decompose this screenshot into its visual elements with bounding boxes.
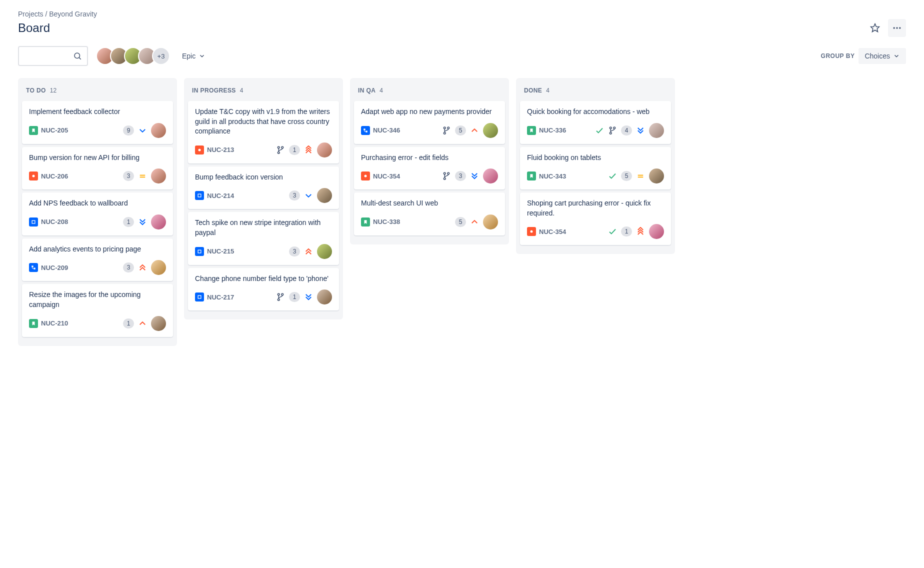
search-icon xyxy=(73,52,82,60)
issue-card[interactable]: Multi-dest search UI webNUC-3385 xyxy=(354,192,505,236)
svg-rect-18 xyxy=(198,296,201,298)
priority-mediumhigh-icon xyxy=(138,319,147,328)
column-title: TO DO xyxy=(26,87,46,94)
card-title: Update T&C copy with v1.9 from the write… xyxy=(195,107,332,136)
breadcrumb: Projects / Beyond Gravity xyxy=(18,10,906,18)
issue-card[interactable]: Change phone number field type to 'phone… xyxy=(188,268,339,311)
story-points-badge: 1 xyxy=(123,318,134,328)
assignee-avatar[interactable] xyxy=(317,188,332,203)
svg-point-20 xyxy=(278,299,280,301)
task-issue-icon xyxy=(195,292,204,302)
issue-card[interactable]: Implement feedback collectorNUC-2059 xyxy=(22,101,173,144)
task-issue-icon xyxy=(195,247,204,256)
svg-point-25 xyxy=(444,132,446,134)
story-points-badge: 3 xyxy=(123,171,134,181)
issue-key: NUC-346 xyxy=(373,126,400,134)
issue-key: NUC-354 xyxy=(373,172,400,180)
card-title: Add NPS feedback to wallboard xyxy=(29,198,166,208)
svg-point-13 xyxy=(278,146,280,148)
story-points-badge: 9 xyxy=(123,126,134,136)
assignee-avatar[interactable] xyxy=(649,123,664,138)
issue-card[interactable]: Purchasing error - edit fieldsNUC-3543 xyxy=(354,147,505,190)
issue-key: NUC-215 xyxy=(207,248,234,255)
column: IN QA4Adapt web app no new payments prov… xyxy=(350,78,509,244)
assignee-avatar[interactable] xyxy=(151,214,166,230)
card-title: Add analytics events to pricing page xyxy=(29,244,166,254)
svg-point-1 xyxy=(894,27,895,28)
breadcrumb-project[interactable]: Beyond Gravity xyxy=(49,10,97,18)
column-title: DONE xyxy=(524,87,542,94)
svg-rect-9 xyxy=(32,220,35,224)
svg-rect-22 xyxy=(364,128,365,130)
card-title: Bump feedback icon version xyxy=(195,172,332,182)
story-points-badge: 1 xyxy=(123,217,134,227)
column: DONE4Quick booking for accomodations - w… xyxy=(516,78,675,254)
issue-card[interactable]: Quick booking for accomodations - webNUC… xyxy=(520,101,671,144)
svg-point-19 xyxy=(278,294,280,296)
priority-high-icon xyxy=(304,247,313,256)
done-check-icon xyxy=(595,126,604,135)
svg-point-4 xyxy=(74,53,80,58)
priority-high-icon xyxy=(138,263,147,272)
card-title: Tech spike on new stripe integration wit… xyxy=(195,218,332,238)
task-issue-icon xyxy=(195,191,204,200)
star-button[interactable] xyxy=(866,19,884,37)
card-title: Bump version for new API for billing xyxy=(29,153,166,163)
assignee-avatar[interactable] xyxy=(649,224,664,239)
svg-point-27 xyxy=(364,175,367,178)
more-button[interactable] xyxy=(888,19,906,37)
svg-rect-17 xyxy=(198,250,201,253)
branch-icon xyxy=(276,292,285,302)
assignee-avatar[interactable] xyxy=(483,168,498,184)
svg-rect-10 xyxy=(32,266,33,268)
avatar-overflow[interactable]: +3 xyxy=(152,47,170,65)
card-title: Shoping cart purchasing error - quick fi… xyxy=(527,198,664,218)
branch-icon xyxy=(442,172,451,180)
issue-card[interactable]: Add NPS feedback to wallboardNUC-2081 xyxy=(22,192,173,236)
board: TO DO12Implement feedback collectorNUC-2… xyxy=(18,78,906,346)
story-points-badge: 1 xyxy=(289,145,300,155)
assignee-avatar[interactable] xyxy=(483,123,498,138)
breadcrumb-root[interactable]: Projects xyxy=(18,10,44,18)
issue-card[interactable]: Fluid booking on tabletsNUC-3435 xyxy=(520,147,671,190)
issue-card[interactable]: Bump version for new API for billingNUC-… xyxy=(22,147,173,190)
assignee-avatar[interactable] xyxy=(151,123,166,138)
card-title: Change phone number field type to 'phone… xyxy=(195,274,332,284)
assignee-avatar[interactable] xyxy=(483,214,498,230)
svg-point-24 xyxy=(444,126,446,128)
story-issue-icon xyxy=(29,319,38,328)
assignee-avatar[interactable] xyxy=(649,168,664,184)
priority-mediumhigh-icon xyxy=(470,218,479,226)
branch-icon xyxy=(442,126,451,135)
assignee-avatar[interactable] xyxy=(151,260,166,275)
card-title: Resize the images for the upcoming campa… xyxy=(29,290,166,310)
group-by-select[interactable]: Choices xyxy=(858,48,906,64)
column: TO DO12Implement feedback collectorNUC-2… xyxy=(18,78,177,346)
card-title: Purchasing error - edit fields xyxy=(361,153,498,163)
story-issue-icon xyxy=(527,172,536,180)
priority-medium-icon xyxy=(138,172,147,180)
more-icon xyxy=(892,23,902,33)
svg-rect-11 xyxy=(34,268,35,270)
column-title: IN PROGRESS xyxy=(192,87,236,94)
issue-card[interactable]: Adapt web app no new payments providerNU… xyxy=(354,101,505,144)
issue-card[interactable]: Shoping cart purchasing error - quick fi… xyxy=(520,192,671,245)
priority-lowest-icon xyxy=(470,172,479,180)
assignee-avatar[interactable] xyxy=(317,290,332,304)
epic-filter[interactable]: Epic xyxy=(178,49,210,63)
assignee-avatar[interactable] xyxy=(317,244,332,259)
issue-card[interactable]: Add analytics events to pricing pageNUC-… xyxy=(22,238,173,282)
issue-card[interactable]: Tech spike on new stripe integration wit… xyxy=(188,212,339,264)
issue-key: NUC-336 xyxy=(539,126,566,134)
assignee-avatar[interactable] xyxy=(151,168,166,184)
avatar-stack[interactable]: +3 xyxy=(96,47,170,65)
issue-card[interactable]: Bump feedback icon versionNUC-2143 xyxy=(188,166,339,210)
search-input[interactable] xyxy=(18,46,88,66)
issue-card[interactable]: Update T&C copy with v1.9 from the write… xyxy=(188,101,339,164)
assignee-avatar[interactable] xyxy=(317,142,332,158)
story-issue-icon xyxy=(527,126,536,135)
story-points-badge: 1 xyxy=(621,226,632,236)
story-points-badge: 3 xyxy=(123,262,134,272)
assignee-avatar[interactable] xyxy=(151,316,166,331)
issue-card[interactable]: Resize the images for the upcoming campa… xyxy=(22,284,173,336)
